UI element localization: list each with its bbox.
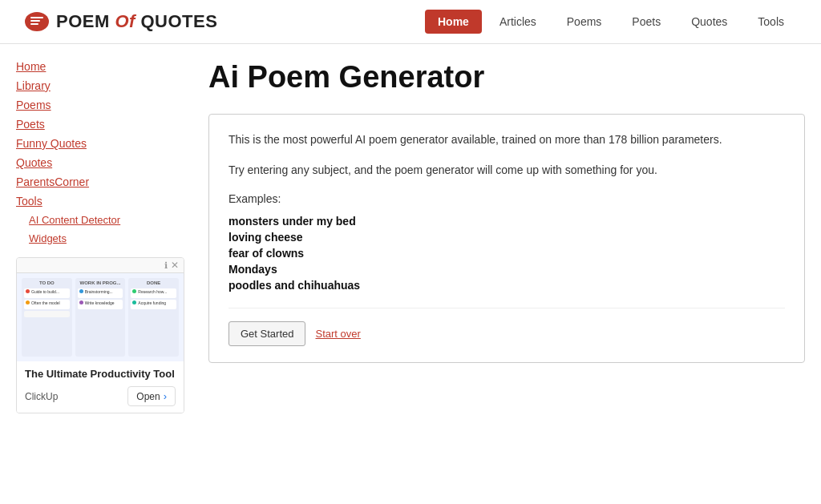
example-item: poodles and chihuahuas <box>229 279 785 292</box>
ad-header: ℹ ✕ <box>17 258 184 273</box>
main-layout: Home Library Poems Poets Funny Quotes Qu… <box>0 44 821 429</box>
example-item: loving cheese <box>229 231 785 244</box>
kanban-wip-header: WORK IN PROG... <box>78 280 123 285</box>
logo-icon <box>24 10 50 33</box>
close-icon[interactable]: ✕ <box>171 260 179 271</box>
intro-paragraph-2: Try entering any subject, and the poem g… <box>229 161 785 179</box>
nav-poets[interactable]: Poets <box>619 10 673 34</box>
sidebar-item-tools[interactable]: Tools <box>16 195 192 208</box>
example-item: Mondays <box>229 263 785 276</box>
nav-articles[interactable]: Articles <box>487 10 549 34</box>
sidebar-item-home[interactable]: Home <box>16 60 192 73</box>
ad-title: The Ultimate Productivity Tool <box>25 368 176 380</box>
kanban-done-header: DONE <box>131 280 176 285</box>
info-icon[interactable]: ℹ <box>164 260 168 271</box>
examples-label: Examples: <box>229 192 785 205</box>
svg-rect-3 <box>30 20 40 22</box>
kanban-col-done: DONE Research how... Acquire funding <box>128 278 179 357</box>
info-box: This is the most powerful AI poem genera… <box>208 114 805 363</box>
sidebar-item-funny-quotes[interactable]: Funny Quotes <box>16 137 192 150</box>
ad-body: The Ultimate Productivity Tool ClickUp O… <box>17 361 184 413</box>
sidebar: Home Library Poems Poets Funny Quotes Qu… <box>16 60 192 413</box>
site-header: POEM Of QUOTES Home Articles Poems Poets… <box>0 0 821 44</box>
svg-rect-2 <box>30 17 43 18</box>
chevron-right-icon: › <box>164 390 167 402</box>
kanban-col-todo: TO DO Guide to build... Often the model <box>22 278 72 357</box>
sidebar-item-library[interactable]: Library <box>16 79 192 92</box>
kanban-col-wip: WORK IN PROG... Brainstorming... Write k… <box>75 278 126 357</box>
action-bar: Get Started Start over <box>229 308 785 346</box>
sidebar-item-poets[interactable]: Poets <box>16 118 192 131</box>
kanban-card: Often the model <box>24 300 70 309</box>
sidebar-item-ai-content-detector[interactable]: AI Content Detector <box>29 214 192 226</box>
page-title: Ai Poem Generator <box>208 60 805 95</box>
ad-cta-label: Open <box>136 391 160 402</box>
kanban-card: Brainstorming... <box>78 288 123 298</box>
kanban-card: Guide to build... <box>24 288 70 298</box>
example-item: monsters under my bed <box>229 215 785 228</box>
ad-box: ℹ ✕ TO DO Guide to build... Often the mo… <box>16 257 184 413</box>
get-started-button[interactable]: Get Started <box>229 321 305 346</box>
kanban-card: Acquire funding <box>131 300 176 309</box>
sidebar-item-widgets[interactable]: Widgets <box>29 232 192 244</box>
examples-list: monsters under my bed loving cheese fear… <box>229 215 785 292</box>
nav-poems[interactable]: Poems <box>554 10 615 34</box>
kanban-card: Research how... <box>131 288 176 298</box>
ad-cta-button[interactable]: Open › <box>127 386 176 406</box>
sidebar-item-poems[interactable]: Poems <box>16 99 192 111</box>
intro-paragraph-1: This is the most powerful AI poem genera… <box>229 131 785 148</box>
kanban-todo-header: TO DO <box>24 280 70 285</box>
kanban-preview: TO DO Guide to build... Often the model … <box>17 273 184 361</box>
nav-quotes[interactable]: Quotes <box>678 10 740 34</box>
kanban-card <box>24 311 70 317</box>
kanban-card: Write knowledge <box>78 300 123 309</box>
sidebar-item-parents-corner[interactable]: ParentsCorner <box>16 175 192 188</box>
ad-image: TO DO Guide to build... Often the model … <box>17 273 184 361</box>
ad-brand: ClickUp <box>25 391 58 402</box>
svg-rect-4 <box>30 23 38 25</box>
logo-text: POEM Of QUOTES <box>56 11 217 32</box>
nav-tools[interactable]: Tools <box>745 10 797 34</box>
example-item: fear of clowns <box>229 247 785 260</box>
sidebar-item-quotes[interactable]: Quotes <box>16 156 192 169</box>
ad-footer: ClickUp Open › <box>25 386 176 406</box>
main-nav: Home Articles Poems Poets Quotes Tools <box>425 10 797 34</box>
nav-home[interactable]: Home <box>425 10 482 34</box>
logo[interactable]: POEM Of QUOTES <box>24 10 217 33</box>
main-content: Ai Poem Generator This is the most power… <box>208 60 805 413</box>
start-over-link[interactable]: Start over <box>315 328 360 340</box>
